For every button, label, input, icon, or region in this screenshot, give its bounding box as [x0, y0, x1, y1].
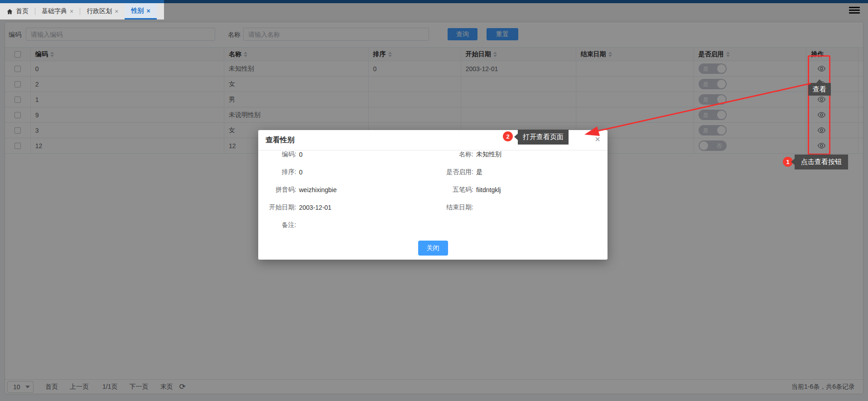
dialog-title: 查看性别 [265, 135, 294, 145]
modal-field: 编码: 0 [258, 145, 433, 163]
modal-field-value: 0 [299, 169, 303, 176]
modal-field-value: 2003-12-01 [299, 204, 332, 211]
tab-home[interactable]: 首页 [0, 3, 35, 19]
modal-field-value: fiitdntgklj [476, 186, 501, 193]
tab-bar: 首页 基础字典 × 行政区划 × 性别 × [0, 0, 164, 19]
view-gender-dialog: 查看性别 × 编码: 0 名称: 未知性别 排序: 0 是否启用: 是 拼音码:… [258, 130, 608, 260]
dialog-close-button[interactable]: 关闭 [418, 241, 448, 256]
modal-field-label: 备注: [258, 221, 296, 229]
modal-field-value: weizhixingbie [299, 186, 337, 193]
modal-field: 五笔码: fiitdntgklj [433, 181, 608, 198]
modal-field-label: 是否启用: [433, 168, 473, 176]
tab-administrative-division[interactable]: 行政区划 × [80, 3, 125, 19]
modal-field: 拼音码: weizhixingbie [258, 181, 433, 198]
modal-field-value: 0 [299, 151, 303, 158]
modal-field-value: 未知性别 [476, 150, 502, 159]
tab-gender-active[interactable]: 性别 × [125, 3, 156, 19]
modal-field: 结束日期: [433, 198, 608, 216]
modal-field-label: 名称: [433, 150, 473, 159]
modal-field: 是否启用: 是 [433, 163, 608, 181]
modal-field-label: 编码: [258, 150, 296, 159]
modal-field: 名称: 未知性别 [433, 145, 608, 163]
modal-field-label: 结束日期: [433, 203, 473, 212]
dialog-fields: 编码: 0 名称: 未知性别 排序: 0 是否启用: 是 拼音码: weizhi… [258, 145, 608, 234]
top-blue-bar-segment [0, 0, 164, 3]
home-icon [6, 8, 13, 15]
modal-field-label: 排序: [258, 168, 296, 176]
dialog-close-icon[interactable]: × [595, 135, 600, 144]
close-icon[interactable]: × [115, 8, 118, 15]
modal-field-label: 五笔码: [433, 186, 473, 194]
modal-field-value: 是 [476, 168, 482, 176]
modal-field: 排序: 0 [258, 163, 433, 181]
close-icon[interactable]: × [70, 8, 73, 15]
modal-field: 开始日期: 2003-12-01 [258, 198, 433, 216]
close-icon[interactable]: × [146, 7, 150, 14]
modal-field-label: 开始日期: [258, 203, 296, 212]
modal-field-label: 拼音码: [258, 186, 296, 194]
modal-field: 备注: [258, 216, 433, 234]
tab-basic-dictionary[interactable]: 基础字典 × [35, 3, 80, 19]
